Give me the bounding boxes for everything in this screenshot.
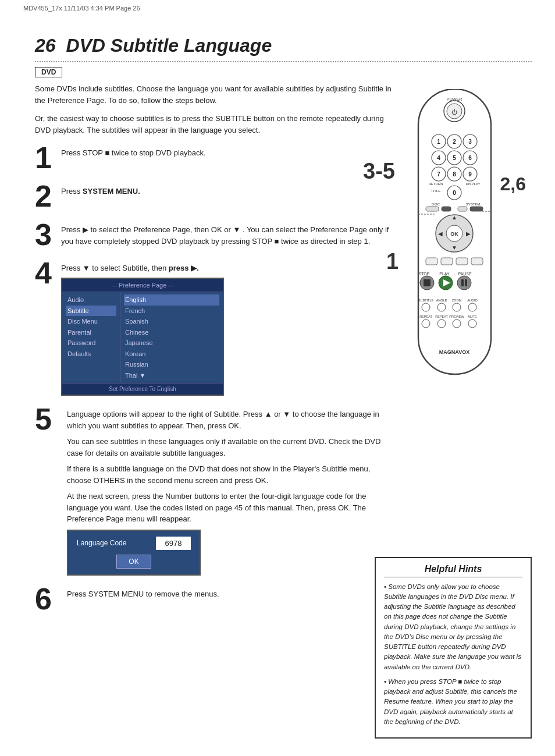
svg-text:POWER: POWER (447, 97, 462, 101)
svg-text:0: 0 (453, 190, 456, 196)
svg-text:▶: ▶ (466, 230, 471, 237)
lang-french: French (124, 306, 219, 317)
step-2-content: Press SYSTEM MENU. (61, 181, 140, 197)
pref-left-menu: Audio Subtitle Disc Menu Parental Passwo… (62, 292, 120, 383)
svg-text:ANGLE: ANGLE (436, 299, 447, 302)
svg-rect-41 (426, 258, 437, 265)
helpful-hints-box: Helpful Hints Some DVDs only allow you t… (375, 557, 532, 739)
svg-point-69 (453, 320, 461, 328)
step-5-content: Language options will appear to the righ… (67, 404, 392, 576)
dvd-badge: DVD (35, 67, 62, 77)
svg-rect-30 (426, 207, 439, 211)
svg-text:▼: ▼ (451, 244, 457, 251)
section-divider (35, 61, 532, 62)
svg-rect-31 (442, 207, 451, 211)
svg-text:ZOOM: ZOOM (452, 299, 462, 302)
page-title: 26 DVD Subtitle Language (35, 35, 532, 56)
lang-code-value: 6978 (156, 537, 191, 551)
svg-text:TITLE: TITLE (431, 189, 440, 193)
svg-point-67 (422, 320, 430, 328)
menu-password: Password (66, 338, 116, 349)
step-3-content: Press ▶ to select the Preference Page, t… (61, 219, 392, 247)
svg-text:RETURN: RETURN (429, 182, 443, 186)
intro-para2: Or, the easiest way to choose subtitles … (35, 113, 392, 136)
menu-parental: Parental (66, 327, 116, 338)
main-layout: Some DVDs include subtitles. Choose the … (35, 83, 532, 622)
svg-text:3: 3 (468, 139, 472, 145)
svg-text:4: 4 (437, 155, 440, 161)
svg-text:MUTE: MUTE (468, 315, 477, 318)
svg-text:SUBTITLE: SUBTITLE (418, 299, 434, 302)
step-1: 1 Press STOP ■ twice to stop DVD playbac… (35, 143, 392, 173)
svg-text:AUDIO: AUDIO (467, 299, 478, 302)
svg-text:REPEAT: REPEAT (435, 315, 448, 318)
menu-disc-menu: Disc Menu (66, 316, 116, 327)
lang-thai: Thai ▼ (124, 370, 219, 381)
lang-japanese: Japanese (124, 338, 219, 349)
svg-rect-32 (458, 207, 467, 211)
pref-header: -- Preference Page -- (62, 279, 223, 293)
right-column: 3-5 2,6 1 ⏻ POWER 1 (404, 83, 532, 622)
remote-area: 3-5 2,6 1 ⏻ POWER 1 (404, 83, 520, 393)
callout-3-5: 3-5 (363, 159, 395, 184)
ok-button[interactable]: OK (116, 555, 151, 569)
svg-point-52 (457, 276, 471, 290)
svg-text:6: 6 (468, 155, 472, 161)
svg-point-68 (437, 320, 446, 328)
svg-rect-43 (456, 258, 468, 265)
hint-2: When you press STOP ■ twice to stop play… (384, 677, 522, 727)
svg-rect-49 (424, 279, 431, 286)
pref-footer: Set Preference To English (62, 383, 223, 395)
svg-rect-42 (441, 258, 453, 265)
lang-russian: Russian (124, 359, 219, 370)
svg-text:▲: ▲ (451, 214, 457, 221)
svg-text:PAUSE: PAUSE (458, 272, 472, 276)
lang-chinese: Chinese (124, 327, 219, 338)
svg-text:1: 1 (437, 139, 440, 145)
svg-text:OK: OK (450, 231, 458, 237)
svg-rect-54 (465, 279, 467, 286)
step-5-number: 5 (35, 404, 61, 434)
step-1-content: Press STOP ■ twice to stop DVD playback. (61, 143, 206, 159)
step-4-number: 4 (35, 258, 55, 288)
lang-english: English (124, 294, 219, 306)
lang-code-row: Language Code 6978 (77, 537, 191, 551)
svg-point-62 (468, 303, 476, 311)
step-3-number: 3 (35, 219, 55, 250)
language-code-ui: Language Code 6978 OK (67, 530, 201, 576)
remote-svg: ⏻ POWER 1 2 3 4 5 6 (404, 89, 506, 392)
pref-body: Audio Subtitle Disc Menu Parental Passwo… (62, 292, 223, 383)
svg-rect-53 (461, 279, 464, 286)
menu-audio: Audio (66, 294, 116, 306)
svg-text:PREVIEW: PREVIEW (449, 315, 464, 318)
step-6: 6 Press SYSTEM MENU to remove the menus. (35, 584, 392, 614)
preference-page-ui: -- Preference Page -- Audio Subtitle Dis… (61, 278, 224, 396)
step-2-number: 2 (35, 181, 55, 211)
step-6-content: Press SYSTEM MENU to remove the menus. (67, 584, 219, 600)
svg-point-59 (422, 303, 430, 311)
svg-rect-33 (470, 207, 483, 211)
file-info: MDV455_17x 11/11/03 4:34 PM Page 26 (23, 5, 140, 12)
svg-text:◀: ◀ (438, 230, 443, 237)
svg-text:DISC: DISC (432, 203, 440, 206)
intro-para1: Some DVDs include subtitles. Choose the … (35, 83, 392, 106)
svg-text:REPEAT: REPEAT (419, 315, 432, 318)
lang-spanish: Spanish (124, 316, 219, 327)
svg-point-70 (468, 320, 476, 328)
menu-subtitle: Subtitle (66, 306, 116, 317)
menu-defaults: Defaults (66, 349, 116, 360)
step-4-content: Press ▼ to select Subtitle, then press ▶… (61, 258, 224, 396)
callout-2-6: 2,6 (500, 173, 526, 195)
svg-text:MAGNAVOX: MAGNAVOX (439, 349, 469, 355)
step-1-number: 1 (35, 143, 55, 173)
lang-korean: Korean (124, 349, 219, 360)
svg-text:5: 5 (453, 155, 456, 161)
svg-text:⏻: ⏻ (451, 109, 457, 115)
svg-text:7: 7 (437, 171, 440, 178)
page-container: MDV455_17x 11/11/03 4:34 PM Page 26 26 D… (0, 0, 555, 756)
svg-point-61 (453, 303, 461, 311)
hints-title: Helpful Hints (384, 564, 522, 577)
pref-right-menu: English French Spanish Chinese Japanese … (120, 292, 223, 383)
callout-1: 1 (386, 249, 399, 274)
svg-text:8: 8 (453, 171, 456, 178)
